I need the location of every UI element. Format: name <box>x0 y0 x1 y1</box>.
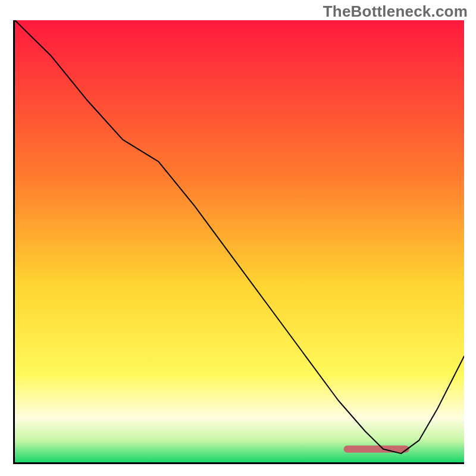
chart-background <box>15 20 464 462</box>
page: TheBottleneck.com <box>0 0 476 476</box>
chart-svg <box>15 20 464 462</box>
watermark-label: TheBottleneck.com <box>323 2 468 21</box>
chart-area <box>13 20 464 464</box>
